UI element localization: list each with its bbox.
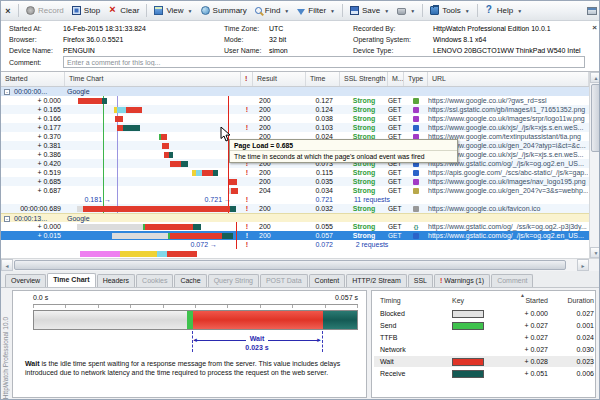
group-header-row[interactable]: -00:00:00...Google bbox=[1, 87, 589, 96]
info-field-label: Started At: bbox=[9, 25, 42, 32]
tab-label: Content bbox=[315, 277, 340, 284]
request-row[interactable]: + 0.519!2000.115StrongGEThttps://apis.go… bbox=[1, 168, 589, 177]
column-header-time-chart[interactable]: Time Chart bbox=[65, 72, 241, 86]
timing-table: TimingKeyStarted▲DurationBlocked+ 0.0000… bbox=[371, 290, 596, 398]
result-value: 200 bbox=[259, 231, 271, 240]
info-field-value: LENOVO 20BGCTO1WW ThinkPad W540 Intel bbox=[433, 47, 581, 54]
timing-duration: 0.023 bbox=[552, 358, 594, 365]
timing-name: Send bbox=[380, 322, 396, 329]
toolbar-button-print[interactable]: ▼ bbox=[393, 3, 419, 19]
collapse-icon[interactable]: - bbox=[4, 216, 10, 222]
tab-warnings-1-[interactable]: !Warnings (1) bbox=[434, 274, 490, 287]
info-field-value: 32 bit bbox=[269, 36, 286, 43]
wait-label: Wait bbox=[246, 335, 269, 342]
timing-name: Network bbox=[380, 346, 406, 353]
detail-panel: HttpWatch Professional 10.0 0.0 s 0.057 … bbox=[1, 288, 600, 400]
request-row[interactable]: + 0.1662000.038StrongGEThttps://www.goog… bbox=[1, 114, 589, 123]
column-header--[interactable]: ! bbox=[241, 72, 253, 86]
vertical-scroll-thumb[interactable] bbox=[591, 84, 600, 152]
timing-duration: 0.024 bbox=[552, 334, 594, 341]
toolbar-button-filter[interactable]: Filter▼ bbox=[293, 3, 339, 19]
dropdown-caret-icon: ▼ bbox=[188, 8, 193, 14]
request-started: + 0.165 bbox=[1, 105, 61, 114]
tab-http-2-stream[interactable]: HTTP/2 Stream bbox=[346, 274, 407, 287]
scroll-left-icon[interactable]: ◄ bbox=[1, 259, 13, 271]
request-row[interactable]: + 0.6872040.034StrongGEThttps://www.goog… bbox=[1, 186, 589, 195]
toolbar-button-label: Find bbox=[265, 6, 281, 15]
request-started: + 0.000 bbox=[1, 222, 61, 231]
timing-bar-segment bbox=[167, 251, 197, 257]
request-row[interactable]: + 0.177!2000.103StrongGEThttps://www.goo… bbox=[1, 123, 589, 132]
info-field-label: Time Zone: bbox=[224, 25, 259, 32]
timing-column-header[interactable]: Key bbox=[452, 297, 492, 304]
toolbar: × RecordStopClearView▼SummaryFind▼Filter… bbox=[1, 1, 600, 21]
toolbar-close-icon[interactable]: × bbox=[1, 6, 15, 16]
toolbar-button-find[interactable]: Find▼ bbox=[251, 3, 294, 19]
grid-header: StartedTime Chart!ResultTimeSSL Strength… bbox=[1, 72, 589, 87]
toolbar-button-label: Record bbox=[38, 6, 64, 15]
horizontal-scroll-thumb[interactable] bbox=[14, 260, 566, 270]
request-url: https://www.google.co.uk/images/nav_logo… bbox=[428, 177, 588, 186]
column-header-ssl-strength[interactable]: SSL Strength bbox=[340, 72, 388, 86]
group-header-row[interactable]: -00:00:13...Google bbox=[1, 213, 589, 222]
save-icon bbox=[350, 6, 359, 15]
timing-column-header[interactable]: Timing bbox=[380, 297, 450, 304]
request-row-selected[interactable]: + 0.015!2000.057StrongGEThttps://www.gst… bbox=[1, 231, 589, 240]
toolbar-button-tools[interactable]: Tools▼ bbox=[426, 3, 474, 19]
timing-column-header[interactable]: Started bbox=[500, 297, 548, 304]
column-header-result[interactable]: Result bbox=[253, 72, 306, 86]
window-icon[interactable] bbox=[587, 7, 597, 15]
dropdown-caret-icon: ▼ bbox=[465, 8, 470, 14]
toolbar-separator bbox=[342, 4, 343, 17]
timing-bar-segment bbox=[169, 152, 173, 158]
toolbar-button-record[interactable]: Record bbox=[22, 3, 68, 19]
request-started: + 0.166 bbox=[1, 114, 61, 123]
timing-key-swatch bbox=[452, 322, 484, 330]
toolbar-button-view[interactable]: View▼ bbox=[150, 3, 196, 19]
column-header-type[interactable]: Type bbox=[404, 72, 428, 86]
toolbar-button-stop[interactable]: Stop bbox=[68, 3, 104, 19]
tab-cache[interactable]: Cache bbox=[174, 274, 206, 287]
page-load-tooltip: Page Load = 0.685 The time in seconds at… bbox=[229, 139, 458, 163]
grid-vertical-scrollbar[interactable]: ▲ ▼ bbox=[589, 72, 600, 258]
toolbar-button-clear[interactable]: Clear bbox=[104, 3, 143, 19]
column-header-time[interactable]: Time bbox=[306, 72, 340, 86]
timing-bar-segment bbox=[117, 107, 126, 113]
clear-icon bbox=[108, 6, 117, 15]
column-header-m-[interactable]: M... bbox=[388, 72, 404, 86]
request-row[interactable]: + 0.165!2000.124StrongGEThttps://ssl.gst… bbox=[1, 105, 589, 114]
timing-bar-segment bbox=[126, 107, 142, 113]
grid-horizontal-scrollbar[interactable]: ◄ ► bbox=[1, 258, 600, 271]
column-header-started[interactable]: Started bbox=[1, 72, 65, 86]
timing-column-header[interactable]: Duration bbox=[552, 297, 594, 304]
tab-headers[interactable]: Headers bbox=[97, 274, 135, 287]
info-field-value: HttpWatch Professional Edition 10.0.1 bbox=[433, 25, 551, 32]
timing-bar-segment bbox=[162, 143, 169, 149]
ssl-strength-value: Strong bbox=[340, 168, 388, 177]
request-row[interactable]: 00:00:00.689!2000.032StrongGEThttps://ww… bbox=[1, 204, 589, 213]
time-value: 0.057 bbox=[301, 231, 333, 240]
scroll-right-icon[interactable]: ► bbox=[577, 259, 589, 271]
request-row[interactable]: + 0.0002000.127StrongGEThttps://www.goog… bbox=[1, 96, 589, 105]
toolbar-button-summary[interactable]: Summary bbox=[197, 3, 251, 19]
scroll-down-icon[interactable]: ▼ bbox=[590, 247, 600, 258]
wait-description: Wait is the idle time spent waiting for … bbox=[25, 359, 359, 377]
timing-bar-segment bbox=[161, 134, 167, 140]
tab-time-chart[interactable]: Time Chart bbox=[47, 273, 95, 287]
tab-content[interactable]: Content bbox=[309, 274, 346, 287]
tab-overview[interactable]: Overview bbox=[5, 274, 46, 287]
column-header-url[interactable]: URL bbox=[428, 72, 589, 86]
collapse-icon[interactable]: - bbox=[4, 89, 10, 95]
info-field-value: PENGUIN bbox=[63, 47, 95, 54]
page-total-time: 0.721 bbox=[301, 195, 333, 204]
scroll-up-icon[interactable]: ▲ bbox=[590, 72, 600, 83]
tab-ssl[interactable]: SSL bbox=[408, 274, 433, 287]
info-close-icon[interactable]: × bbox=[592, 23, 597, 32]
request-row[interactable]: + 0.000!2000.055StrongGET{}https://www.g… bbox=[1, 222, 589, 231]
timing-started: + 0.028 bbox=[500, 358, 548, 365]
summary-icon bbox=[201, 6, 210, 15]
toolbar-button-save[interactable]: Save▼ bbox=[346, 3, 393, 19]
comment-input[interactable] bbox=[63, 56, 585, 68]
request-row[interactable]: + 0.6852000.035StrongGEThttps://www.goog… bbox=[1, 177, 589, 186]
toolbar-button-help[interactable]: Help▼ bbox=[481, 3, 526, 19]
